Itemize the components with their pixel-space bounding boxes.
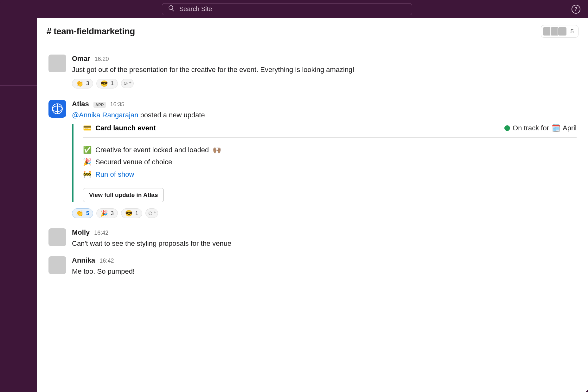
card-icon: 💳 <box>83 124 92 132</box>
search-wrap: Search Site <box>8 3 566 15</box>
status-dot-icon <box>504 125 510 131</box>
reaction-party[interactable]: 🎉3 <box>96 208 118 218</box>
update-status: On track for 🗓️ April <box>504 124 577 132</box>
message: Omar 16:20 Just got out of the presentat… <box>48 55 577 88</box>
app-badge: APP <box>93 102 106 108</box>
sunglasses-icon: 😎 <box>100 80 108 87</box>
main-panel: # team-fieldmarketing 5 Omar 16:20 <box>37 18 588 392</box>
atlas-update-block: 💳 Card launch event On track for 🗓️ Apri… <box>72 124 577 202</box>
avatar[interactable] <box>48 256 66 274</box>
message-time: 16:42 <box>94 230 108 236</box>
sunglasses-icon: 😎 <box>125 210 133 217</box>
search-placeholder: Search Site <box>179 5 212 13</box>
sidebar <box>0 18 37 392</box>
avatar[interactable] <box>48 228 66 246</box>
smiley-plus-icon: ☺⁺ <box>147 210 156 217</box>
party-popper-icon: 🎉 <box>83 156 92 168</box>
clap-icon: 👏 <box>76 210 84 217</box>
message-time: 16:35 <box>110 101 125 108</box>
checkmark-icon: ✅ <box>83 144 92 156</box>
reaction-clap[interactable]: 👏3 <box>72 79 93 88</box>
reaction-clap[interactable]: 👏5 <box>72 208 93 218</box>
calendar-icon: 🗓️ <box>552 124 560 132</box>
message-text: @Annika Rangarajan posted a new update <box>72 110 577 120</box>
reaction-cool[interactable]: 😎1 <box>96 79 118 88</box>
member-avatar-icon <box>558 27 567 36</box>
clap-icon: 👏 <box>76 80 84 87</box>
author-name[interactable]: Atlas <box>72 100 89 108</box>
add-reaction-button[interactable]: ☺⁺ <box>145 208 158 218</box>
channel-header: # team-fieldmarketing 5 <box>37 18 588 45</box>
avatar[interactable] <box>48 100 66 118</box>
reactions: 👏5 🎉3 😎1 ☺⁺ <box>72 208 577 218</box>
member-avatars <box>542 27 567 36</box>
user-mention[interactable]: @Annika Rangarajan <box>72 111 138 119</box>
update-title[interactable]: 💳 Card launch event <box>83 124 156 132</box>
message: Molly 16:42 Can't wait to see the stylin… <box>48 228 577 249</box>
topbar: Search Site ? <box>0 0 588 18</box>
add-reaction-button[interactable]: ☺⁺ <box>121 79 134 88</box>
message-time: 16:20 <box>94 56 109 62</box>
raised-hands-icon: 🙌🏽 <box>213 144 221 156</box>
party-popper-icon: 🎉 <box>100 210 108 217</box>
message-list[interactable]: Omar 16:20 Just got out of the presentat… <box>37 45 588 392</box>
search-input[interactable]: Search Site <box>162 3 412 15</box>
avatar[interactable] <box>48 55 66 72</box>
run-of-show-link[interactable]: Run of show <box>95 168 134 181</box>
message: Atlas APP 16:35 @Annika Rangarajan poste… <box>48 100 577 218</box>
member-count: 5 <box>570 28 574 35</box>
author-name[interactable]: Molly <box>72 228 90 237</box>
atlas-logo-icon <box>51 102 64 115</box>
update-body: ✅Creative for event locked and loaded🙌🏽 … <box>83 138 577 183</box>
reaction-cool[interactable]: 😎1 <box>121 208 142 218</box>
channel-title[interactable]: # team-fieldmarketing <box>47 26 135 36</box>
help-button[interactable]: ? <box>572 5 580 14</box>
member-pill[interactable]: 5 <box>541 25 578 38</box>
view-full-update-button[interactable]: View full update in Atlas <box>83 188 164 202</box>
author-name[interactable]: Annika <box>72 256 95 265</box>
message: Annika 16:42 Me too. So pumped! <box>48 256 577 277</box>
author-name[interactable]: Omar <box>72 55 90 63</box>
message-text: Can't wait to see the styling proposals … <box>72 238 577 249</box>
message-time: 16:42 <box>99 258 114 264</box>
message-text: Me too. So pumped! <box>72 266 577 277</box>
reactions: 👏3 😎1 ☺⁺ <box>72 79 577 88</box>
smiley-plus-icon: ☺⁺ <box>123 80 132 87</box>
search-icon <box>168 5 175 13</box>
message-text: Just got out of the presentation for the… <box>72 65 577 75</box>
construction-icon: 🚧 <box>83 168 92 181</box>
